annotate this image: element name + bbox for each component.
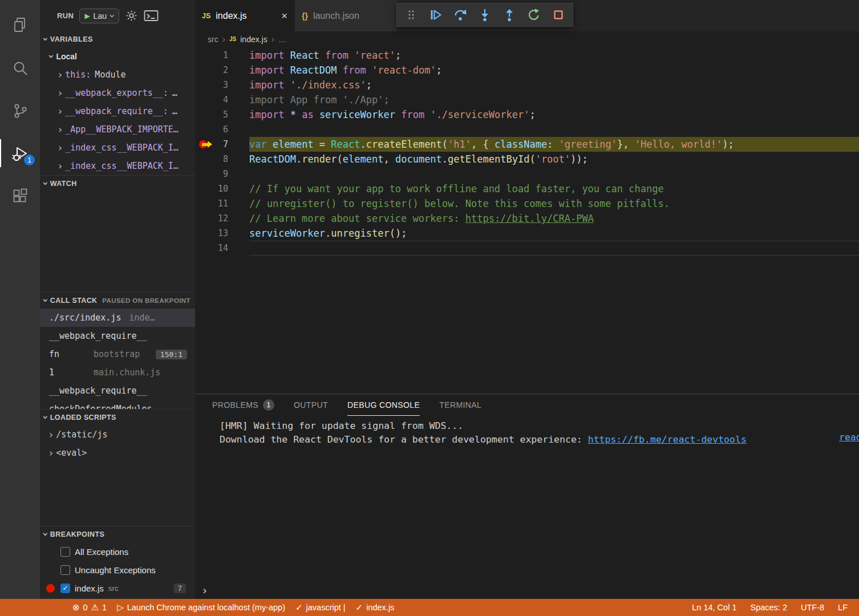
source-control-icon-button[interactable] — [0, 89, 40, 132]
variable-row[interactable]: ›__webpack_require__:… — [40, 102, 195, 120]
code-line[interactable]: 4import App from './App'; — [195, 92, 859, 107]
code-line[interactable]: 3import './index.css'; — [195, 78, 859, 92]
debug-console-output: [HMR] Waiting for update signal from WDS… — [195, 419, 859, 582]
step-into-button[interactable] — [477, 7, 492, 22]
panel-tab-debug-console[interactable]: DEBUG CONSOLE — [347, 394, 420, 416]
line-number: 2 — [195, 63, 249, 78]
explorer-icon-button[interactable] — [0, 3, 40, 46]
breakpoint-row[interactable]: ✓index.jssrc7 — [40, 579, 195, 597]
code-line[interactable]: 13serviceWorker.unregister(); — [195, 226, 859, 241]
language-status[interactable]: ✓ javascript | — [290, 599, 351, 616]
chevron-down-icon: › — [40, 298, 51, 303]
launch-config-status[interactable]: ▷ Launch Chrome against localhost (my-ap… — [112, 599, 290, 616]
code-line[interactable]: 14 — [195, 241, 859, 256]
breakpoint-detail: src — [108, 584, 119, 593]
console-link[interactable]: https://fb.me/react-devtools — [588, 434, 747, 445]
call-stack-frame[interactable]: 1main.chunk.js — [40, 363, 195, 382]
breakpoint-label: index.js — [75, 583, 104, 593]
loaded-scripts-section-header[interactable]: › LOADED SCRIPTS — [40, 410, 195, 425]
breakpoint-checkbox[interactable] — [60, 565, 70, 575]
panel-tab-terminal[interactable]: TERMINAL — [439, 394, 481, 416]
variables-section-header[interactable]: › VARIABLES — [40, 31, 195, 47]
call-stack-frame[interactable]: ./src/index.jsinde… — [40, 309, 195, 327]
code-link[interactable]: https://bit.ly/CRA-PWA — [465, 213, 594, 224]
search-icon-button[interactable] — [0, 46, 40, 89]
call-stack-frame[interactable]: __webpack_require__ — [40, 382, 195, 400]
eol-status[interactable]: LF — [831, 599, 854, 616]
step-over-button[interactable] — [453, 7, 468, 22]
line-number: 12 — [195, 211, 249, 226]
toolbar-grip-handle[interactable] — [404, 7, 419, 22]
debug-console-input[interactable]: › — [195, 582, 859, 599]
current-statement-breakpoint-icon — [199, 140, 215, 149]
variable-row[interactable]: ›_index_css__WEBPACK_I… — [40, 139, 195, 157]
watch-section-header[interactable]: › WATCH — [40, 176, 195, 192]
panel-tab-output[interactable]: OUTPUT — [294, 394, 328, 416]
status-bar-right: Ln 14, Col 1 Spaces: 2 UTF-8 LF — [685, 599, 854, 616]
variables-scope-row[interactable]: ›Local — [40, 47, 195, 66]
breakpoint-label: Uncaught Exceptions — [75, 565, 156, 575]
file-check-status[interactable]: ✓ index.js — [351, 599, 400, 616]
breadcrumb[interactable]: src › JS index.js › … — [195, 31, 859, 47]
restart-button[interactable] — [526, 7, 541, 22]
code-line[interactable]: 10// If you want your app to work offlin… — [195, 181, 859, 196]
chevron-right-icon: › — [58, 70, 62, 80]
panel-tab-problems[interactable]: PROBLEMS1 — [212, 394, 274, 416]
tab-launch-json[interactable]: {} launch.json — [295, 0, 398, 31]
debug-console-icon[interactable] — [144, 10, 159, 22]
call-stack-frame[interactable]: fnbootstrap150:1 — [40, 345, 195, 363]
variable-row[interactable]: ›__webpack_exports__:… — [40, 84, 195, 102]
start-debug-icon[interactable]: ▶ — [84, 12, 90, 20]
stop-button[interactable] — [551, 7, 566, 22]
console-overflow-link[interactable]: read — [839, 432, 859, 443]
section-title: CALL STACK — [50, 297, 98, 305]
continue-button[interactable] — [428, 7, 443, 22]
step-out-button[interactable] — [502, 7, 517, 22]
breadcrumb-file[interactable]: index.js — [240, 35, 267, 44]
debug-config-dropdown[interactable]: ▶ Lau › — [79, 9, 119, 23]
gear-icon[interactable] — [125, 9, 138, 22]
variable-value: … — [172, 88, 177, 98]
breadcrumb-symbol[interactable]: … — [278, 35, 286, 44]
code-line[interactable]: 8ReactDOM.render(element, document.getEl… — [195, 152, 859, 167]
loaded-script-row[interactable]: ›<eval> — [40, 444, 195, 462]
file-check-label: index.js — [366, 603, 394, 612]
extensions-icon-button[interactable] — [0, 175, 40, 217]
tab-index-js[interactable]: JS index.js × — [195, 0, 295, 31]
line-number: 5 — [195, 107, 249, 122]
breadcrumb-folder[interactable]: src — [208, 35, 218, 44]
call-stack-section-header[interactable]: › CALL STACK PAUSED ON BREAKPOINT — [40, 293, 195, 309]
variable-row[interactable]: ›_App__WEBPACK_IMPORTE… — [40, 120, 195, 139]
cursor-position-status[interactable]: Ln 14, Col 1 — [685, 599, 743, 616]
variable-row[interactable]: ›_index_css__WEBPACK_I… — [40, 157, 195, 175]
breakpoint-row[interactable]: Uncaught Exceptions — [40, 561, 195, 579]
code-editor[interactable]: 1import React from 'react';2import React… — [195, 47, 859, 394]
code-text: import './index.css'; — [249, 78, 859, 92]
code-line[interactable]: 12// Learn more about service workers: h… — [195, 211, 859, 226]
breakpoint-checkbox[interactable]: ✓ — [60, 583, 70, 593]
breakpoints-section-header[interactable]: › BREAKPOINTS — [40, 526, 195, 542]
code-line[interactable]: 7var element = React.createElement('h1',… — [195, 137, 859, 152]
frame-name: fn — [49, 349, 86, 359]
breakpoint-checkbox[interactable] — [60, 547, 70, 557]
encoding-status[interactable]: UTF-8 — [794, 599, 831, 616]
variable-name: __webpack_require__: — [65, 106, 168, 116]
call-stack-frame[interactable]: checkDeferredModules — [40, 400, 195, 409]
chevron-right-icon: › — [222, 34, 225, 44]
code-line[interactable]: 6 — [195, 122, 859, 137]
call-stack-frame[interactable]: __webpack_require__ — [40, 327, 195, 345]
run-debug-icon-button[interactable]: 1 — [0, 132, 40, 175]
close-icon[interactable]: × — [281, 10, 287, 22]
variable-name: _index_css__WEBPACK_I… — [65, 161, 179, 171]
loaded-script-row[interactable]: ›/static/js — [40, 425, 195, 444]
problems-status[interactable]: ⊗ 0 ⚠ 1 — [67, 599, 112, 616]
code-line[interactable]: 1import React from 'react'; — [195, 48, 859, 63]
variable-row[interactable]: ›this:Module — [40, 66, 195, 84]
indentation-status[interactable]: Spaces: 2 — [743, 599, 794, 616]
code-line[interactable]: 9 — [195, 167, 859, 181]
code-line[interactable]: 2import ReactDOM from 'react-dom'; — [195, 63, 859, 78]
code-line[interactable]: 5import * as serviceWorker from './servi… — [195, 107, 859, 122]
breakpoint-row[interactable]: All Exceptions — [40, 542, 195, 561]
javascript-file-icon: JS — [202, 12, 210, 20]
code-line[interactable]: 11// unregister() to register() below. N… — [195, 196, 859, 211]
